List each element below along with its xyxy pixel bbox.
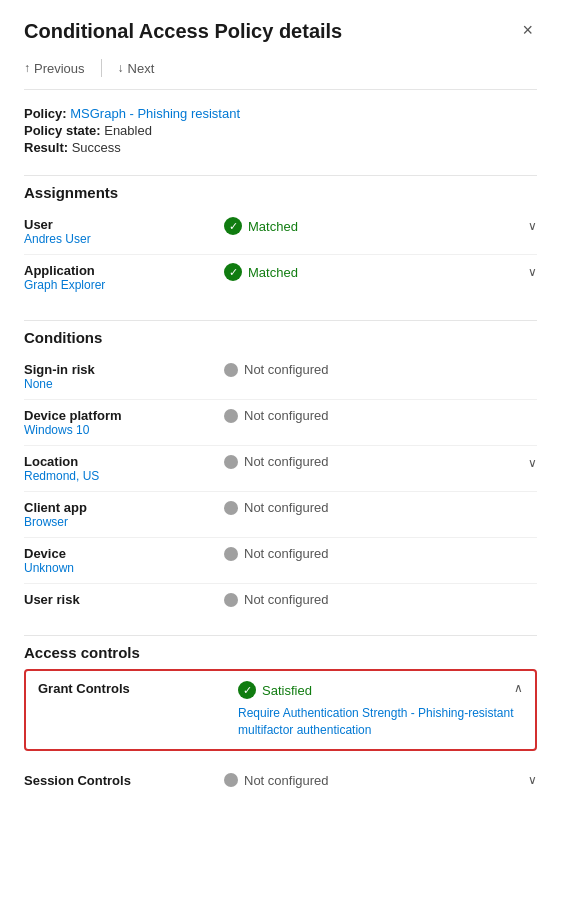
condition-left-4: DeviceUnknown (24, 546, 224, 575)
grant-detail: Require Authentication Strength - Phishi… (238, 705, 523, 739)
session-right: Not configured (224, 773, 537, 788)
application-label: Application (24, 263, 224, 278)
next-arrow-icon: ↓ (118, 61, 124, 75)
result-row: Result: Success (24, 140, 537, 155)
panel-header: Conditional Access Policy details × (24, 20, 537, 43)
meta-section: Policy: MSGraph - Phishing resistant Pol… (24, 106, 537, 155)
condition-right-1: Not configured (224, 408, 537, 423)
previous-arrow-icon: ↑ (24, 61, 30, 75)
access-controls-section: Access controls Grant Controls ✓ Satisfi… (24, 635, 537, 798)
conditions-rows: Sign-in riskNoneNot configuredDevice pla… (24, 354, 537, 615)
session-chevron-icon: ∨ (528, 773, 537, 787)
condition-label-3: Client app (24, 500, 224, 515)
condition-label-0: Sign-in risk (24, 362, 224, 377)
session-label: Session Controls (24, 773, 224, 788)
result-label: Result: (24, 140, 68, 155)
condition-right-4: Not configured (224, 546, 537, 561)
user-right: ✓ Matched (224, 217, 537, 235)
condition-left-5: User risk (24, 592, 224, 607)
condition-left-2: LocationRedmond, US (24, 454, 224, 483)
condition-status-0: Not configured (244, 362, 329, 377)
condition-row-2[interactable]: LocationRedmond, USNot configured∨ (24, 446, 537, 492)
user-status: Matched (248, 219, 298, 234)
user-sublabel: Andres User (24, 232, 224, 246)
session-notconfigured-icon (224, 773, 238, 787)
condition-icon-4 (224, 547, 238, 561)
condition-chevron-icon-2: ∨ (528, 456, 537, 470)
user-left: User Andres User (24, 217, 224, 246)
condition-label-1: Device platform (24, 408, 224, 423)
user-matched-icon: ✓ (224, 217, 242, 235)
condition-right-0: Not configured (224, 362, 537, 377)
condition-right-2: Not configured (224, 454, 537, 469)
result-value: Success (72, 140, 121, 155)
user-label: User (24, 217, 224, 232)
condition-left-0: Sign-in riskNone (24, 362, 224, 391)
condition-left-3: Client appBrowser (24, 500, 224, 529)
policy-link[interactable]: MSGraph - Phishing resistant (70, 106, 240, 121)
application-left: Application Graph Explorer (24, 263, 224, 292)
application-status: Matched (248, 265, 298, 280)
previous-button[interactable]: ↑ Previous (24, 61, 85, 76)
grant-right: ✓ Satisfied Require Authentication Stren… (238, 681, 523, 739)
condition-status-1: Not configured (244, 408, 329, 423)
state-value: Enabled (104, 123, 152, 138)
condition-right-3: Not configured (224, 500, 537, 515)
next-label: Next (128, 61, 155, 76)
close-button[interactable]: × (518, 20, 537, 41)
state-row: Policy state: Enabled (24, 123, 537, 138)
condition-row-5: User riskNot configured (24, 584, 537, 615)
grant-label: Grant Controls (38, 681, 238, 696)
application-chevron-icon: ∨ (528, 265, 537, 279)
session-controls-row[interactable]: Session Controls Not configured ∨ (24, 763, 537, 798)
grant-satisfied-icon: ✓ (238, 681, 256, 699)
user-chevron-icon: ∨ (528, 219, 537, 233)
access-controls-header: Access controls (24, 635, 537, 661)
application-right: ✓ Matched (224, 263, 537, 281)
grant-controls-row: Grant Controls ✓ Satisfied Require Authe… (38, 681, 523, 739)
user-row[interactable]: User Andres User ✓ Matched ∨ (24, 209, 537, 255)
grant-status-row: ✓ Satisfied (238, 681, 523, 699)
condition-icon-5 (224, 593, 238, 607)
condition-status-5: Not configured (244, 592, 329, 607)
condition-status-4: Not configured (244, 546, 329, 561)
condition-status-3: Not configured (244, 500, 329, 515)
session-status: Not configured (244, 773, 329, 788)
condition-row-4: DeviceUnknownNot configured (24, 538, 537, 584)
condition-icon-0 (224, 363, 238, 377)
grant-status: Satisfied (262, 683, 312, 698)
condition-row-1: Device platformWindows 10Not configured (24, 400, 537, 446)
next-button[interactable]: ↓ Next (118, 61, 155, 76)
condition-sublabel-2: Redmond, US (24, 469, 224, 483)
condition-sublabel-0: None (24, 377, 224, 391)
assignments-section: Assignments User Andres User ✓ Matched ∨… (24, 175, 537, 300)
condition-right-5: Not configured (224, 592, 537, 607)
state-label: Policy state: (24, 123, 101, 138)
application-matched-icon: ✓ (224, 263, 242, 281)
assignments-header: Assignments (24, 175, 537, 201)
condition-label-2: Location (24, 454, 224, 469)
application-sublabel: Graph Explorer (24, 278, 224, 292)
condition-label-4: Device (24, 546, 224, 561)
nav-divider (101, 59, 102, 77)
policy-row: Policy: MSGraph - Phishing resistant (24, 106, 537, 121)
conditional-access-panel: Conditional Access Policy details × ↑ Pr… (0, 0, 561, 838)
grant-chevron-icon: ∧ (514, 681, 523, 695)
conditions-section: Conditions Sign-in riskNoneNot configure… (24, 320, 537, 615)
conditions-header: Conditions (24, 320, 537, 346)
condition-label-5: User risk (24, 592, 224, 607)
condition-icon-3 (224, 501, 238, 515)
application-row[interactable]: Application Graph Explorer ✓ Matched ∨ (24, 255, 537, 300)
previous-label: Previous (34, 61, 85, 76)
condition-sublabel-3: Browser (24, 515, 224, 529)
condition-row-3: Client appBrowserNot configured (24, 492, 537, 538)
condition-status-2: Not configured (244, 454, 329, 469)
condition-left-1: Device platformWindows 10 (24, 408, 224, 437)
condition-row-0: Sign-in riskNoneNot configured (24, 354, 537, 400)
grant-controls-box: Grant Controls ✓ Satisfied Require Authe… (24, 669, 537, 751)
condition-icon-1 (224, 409, 238, 423)
panel-title: Conditional Access Policy details (24, 20, 342, 43)
condition-sublabel-1: Windows 10 (24, 423, 224, 437)
navigation-row: ↑ Previous ↓ Next (24, 59, 537, 90)
condition-icon-2 (224, 455, 238, 469)
